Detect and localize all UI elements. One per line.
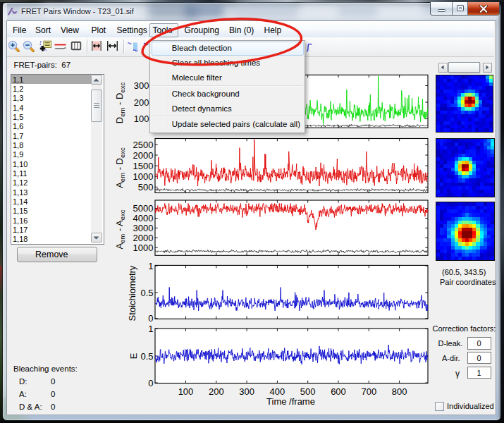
svg-text:1: 1 <box>148 324 153 334</box>
svg-text:300: 300 <box>239 386 254 397</box>
svg-text:2000: 2000 <box>133 233 154 243</box>
svg-text:600: 600 <box>331 386 346 397</box>
svg-text:5000: 5000 <box>133 203 154 214</box>
svg-text:Time /frame: Time /frame <box>266 396 315 407</box>
svg-text:400: 400 <box>270 386 285 397</box>
svg-text:2000: 2000 <box>133 150 154 161</box>
svg-text:100: 100 <box>134 114 149 124</box>
svg-text:Aem​ - Dexc​: Aem​ - Dexc​ <box>114 147 126 188</box>
svg-text:500: 500 <box>138 182 154 192</box>
svg-text:3000: 3000 <box>133 223 154 233</box>
svg-text:700: 700 <box>361 386 376 397</box>
svg-text:100: 100 <box>178 386 194 397</box>
svg-text:200: 200 <box>134 97 149 108</box>
svg-text:500: 500 <box>300 386 316 397</box>
svg-text:300: 300 <box>134 80 149 91</box>
svg-text:4000: 4000 <box>133 213 154 223</box>
svg-text:2500: 2500 <box>133 140 154 150</box>
svg-text:200: 200 <box>209 386 224 397</box>
svg-text:0: 0 <box>148 313 153 324</box>
svg-text:E: E <box>128 352 139 359</box>
svg-text:Aem​ - Aexc​: Aem​ - Aexc​ <box>114 209 126 249</box>
svg-text:1500: 1500 <box>133 161 154 171</box>
svg-text:800: 800 <box>392 386 407 397</box>
svg-text:0.5: 0.5 <box>140 351 153 362</box>
svg-text:1000: 1000 <box>133 171 154 182</box>
svg-text:1000: 1000 <box>133 243 154 253</box>
svg-text:1: 1 <box>148 261 153 271</box>
svg-text:0.5: 0.5 <box>140 288 153 298</box>
svg-text:Dem​ - Dexc​: Dem​ - Dexc​ <box>114 82 126 124</box>
svg-text:0: 0 <box>148 378 153 388</box>
svg-text:Stoichiometry: Stoichiometry <box>127 265 137 321</box>
